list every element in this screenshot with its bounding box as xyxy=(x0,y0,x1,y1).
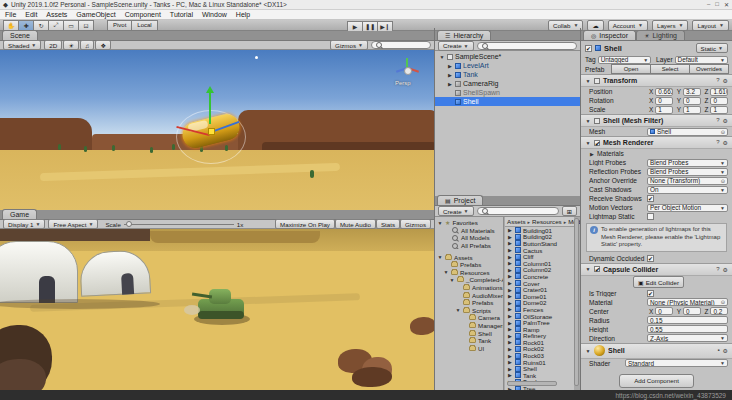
project-file-ruins01[interactable]: ▶Ruins01 xyxy=(505,359,574,366)
center-x-field[interactable]: 0 xyxy=(655,307,673,315)
transform-scale-z-field[interactable]: 1 xyxy=(710,106,728,114)
project-file-rock01[interactable]: ▶Rock01 xyxy=(505,339,574,346)
project-folder-resources[interactable]: ▼Resources xyxy=(435,269,503,277)
project-vertical-scrollbar[interactable] xyxy=(574,218,579,386)
menu-edit[interactable]: Edit xyxy=(25,11,37,18)
project-folder-managers[interactable]: Managers xyxy=(435,322,503,330)
maximize-button[interactable]: □ xyxy=(715,1,719,8)
game-gizmos-dropdown[interactable]: Gizmos xyxy=(400,219,431,229)
hierarchy-create-button[interactable]: Create▼ xyxy=(438,41,474,51)
lightmap-static-checkbox[interactable] xyxy=(647,213,654,220)
audio-toggle[interactable]: ♫ xyxy=(80,40,95,50)
foldout-arrow[interactable]: ▶ xyxy=(507,293,513,299)
transform-position-z-field[interactable]: 1.610644 xyxy=(710,88,728,96)
transform-rotation-y-field[interactable]: 0 xyxy=(683,97,701,105)
foldout-arrow[interactable]: ▶ xyxy=(507,240,513,246)
prefab-open-button[interactable]: Open xyxy=(611,64,651,74)
project-file-shell[interactable]: ▶Shell xyxy=(505,365,574,372)
game-viewport[interactable] xyxy=(0,229,434,390)
gear-icon[interactable]: ⚙ xyxy=(723,117,728,124)
help-icon[interactable]: ? xyxy=(716,77,719,84)
foldout-arrow[interactable]: ▶ xyxy=(447,81,453,87)
project-folder-scripts[interactable]: ▼Scripts xyxy=(435,307,503,315)
foldout-arrow[interactable]: ▼ xyxy=(439,54,445,60)
height-field[interactable]: 0.55 xyxy=(647,325,728,333)
foldout-arrow[interactable]: ▶ xyxy=(507,234,513,240)
scale-slider[interactable] xyxy=(124,224,234,225)
project-file-column02[interactable]: ▶Column02 xyxy=(505,267,574,274)
foldout-arrow[interactable]: ▶ xyxy=(507,280,513,286)
scale-tool[interactable]: ⤢ xyxy=(48,20,64,31)
help-icon[interactable]: ? xyxy=(716,139,719,146)
scene-gizmos-dropdown[interactable]: Gizmos▼ xyxy=(330,40,368,50)
is-trigger-checkbox[interactable]: ✔ xyxy=(647,290,654,297)
scene-shell-object[interactable] xyxy=(168,86,252,164)
project-search-input[interactable] xyxy=(477,207,559,215)
foldout-arrow[interactable]: ▶ xyxy=(507,346,513,352)
tab-project[interactable]: ▤Project xyxy=(437,195,483,205)
foldout-arrow[interactable]: ▼ xyxy=(449,277,455,283)
material-header[interactable]: ▼ Shell ▪⚙ xyxy=(581,343,732,359)
project-file-rock02[interactable]: ▶Rock02 xyxy=(505,346,574,353)
aspect-dropdown[interactable]: Free Aspect▼ xyxy=(48,219,98,229)
hierarchy-item-camerarig[interactable]: ▶CameraRig xyxy=(435,79,580,88)
splitter-middle-inspector[interactable] xyxy=(580,28,581,390)
mesh-renderer-enabled-checkbox[interactable]: ✔ xyxy=(594,140,600,146)
move-tool[interactable]: ✚ xyxy=(18,20,34,31)
transform-position-y-field[interactable]: 3.2 xyxy=(683,88,701,96)
rotate-tool[interactable]: ↻ xyxy=(33,20,49,31)
menu-file[interactable]: File xyxy=(5,11,16,18)
hierarchy-item-tank[interactable]: ▶Tank xyxy=(435,70,580,79)
project-file-concrete[interactable]: ▶Concrete xyxy=(505,273,574,280)
game-tank[interactable] xyxy=(192,281,254,327)
foldout-arrow[interactable]: ▼ xyxy=(437,254,443,260)
project-file-crater01[interactable]: ▶Crater01 xyxy=(505,286,574,293)
layer-dropdown[interactable]: Default▼ xyxy=(675,56,728,64)
gear-icon[interactable]: ⚙ xyxy=(723,139,728,146)
cloud-button[interactable]: ☁ xyxy=(587,20,603,31)
project-horizontal-scrollbar[interactable] xyxy=(507,381,557,386)
project-file-palmtree[interactable]: ▶PalmTree xyxy=(505,319,574,326)
pivot-toggle-button[interactable]: Pivot xyxy=(107,20,132,31)
foldout-arrow[interactable]: ▼ xyxy=(443,269,449,275)
project-view-options-button[interactable]: ⊞ xyxy=(562,206,577,216)
project-folder-audiomixers[interactable]: AudioMixers xyxy=(435,291,503,299)
stats-button[interactable]: Stats xyxy=(376,219,400,229)
foldout-arrow[interactable]: ▶ xyxy=(507,372,513,378)
breadcrumb-assets[interactable]: Assets xyxy=(507,218,526,225)
shader-dropdown[interactable]: Standard▼ xyxy=(625,359,728,367)
prefab-overrides-button[interactable]: Overrides xyxy=(689,64,729,74)
receive-shadows-checkbox[interactable]: ✔ xyxy=(647,195,654,202)
hand-tool[interactable]: ✋ xyxy=(3,20,19,31)
project-breadcrumb[interactable]: Assets▸Resources▸Models xyxy=(505,217,574,227)
tab-game[interactable]: Game xyxy=(2,209,37,219)
collider-enabled-checkbox[interactable]: ✔ xyxy=(594,266,600,272)
menu-tutorial[interactable]: Tutorial xyxy=(170,11,193,18)
menu-component[interactable]: Component xyxy=(125,11,161,18)
foldout-arrow[interactable]: ▶ xyxy=(507,260,513,266)
edit-collider-button[interactable]: ▣Edit Collider xyxy=(633,276,684,288)
breadcrumb-resources[interactable]: Resources xyxy=(532,218,562,225)
prefab-select-button[interactable]: Select xyxy=(650,64,690,74)
project-folder-prefabs[interactable]: Prefabs xyxy=(435,261,503,269)
foldout-arrow[interactable]: ▶ xyxy=(507,320,513,326)
project-folder-prefabs[interactable]: Prefabs xyxy=(435,299,503,307)
project-folder-favorites[interactable]: ▼★Favorites xyxy=(435,219,503,227)
capsule-collider-header[interactable]: ▼✔ Capsule Collider ?⚙ xyxy=(581,263,732,276)
foldout-arrow[interactable]: ▶ xyxy=(507,313,513,319)
help-icon[interactable]: ? xyxy=(716,266,719,273)
foldout-arrow[interactable]: ▶ xyxy=(507,366,513,372)
project-file-building02[interactable]: ▶Building02 xyxy=(505,234,574,241)
project-folder-ui[interactable]: UI xyxy=(435,345,503,353)
active-checkbox[interactable]: ✔ xyxy=(585,45,592,52)
material-field[interactable]: None (Physic Material)⊙ xyxy=(647,298,728,306)
menu-gameobject[interactable]: GameObject xyxy=(76,11,115,18)
help-icon[interactable]: ? xyxy=(716,117,719,124)
project-folder-shell[interactable]: Shell xyxy=(435,329,503,337)
foldout-arrow[interactable]: ▶ xyxy=(507,273,513,279)
project-folder-completedasse[interactable]: ▼_Completed-Asse xyxy=(435,276,503,284)
close-button[interactable]: ✕ xyxy=(724,1,729,8)
gear-icon[interactable]: ⚙ xyxy=(723,347,728,354)
project-file-tank[interactable]: ▶Tank xyxy=(505,372,574,379)
project-file-ramp[interactable]: ▶Ramp xyxy=(505,326,574,333)
